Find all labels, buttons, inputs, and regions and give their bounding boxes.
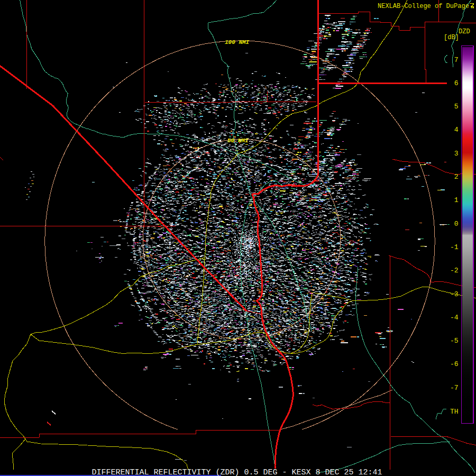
svg-text:[dB]: [dB] — [444, 34, 459, 41]
svg-text:DIFFERENTIAL REFLECTIVITY (ZDR: DIFFERENTIAL REFLECTIVITY (ZDR) 0.5 DEG … — [92, 468, 382, 476]
svg-text:1: 1 — [454, 196, 459, 204]
svg-text:6: 6 — [454, 79, 459, 87]
svg-text:2: 2 — [454, 173, 459, 181]
svg-text:-2: -2 — [450, 267, 459, 274]
svg-text:4: 4 — [454, 126, 459, 134]
svg-text:-3: -3 — [450, 290, 459, 298]
svg-text:-6: -6 — [450, 360, 459, 368]
svg-text:50 NMI: 50 NMI — [227, 138, 249, 144]
svg-text:TH: TH — [450, 408, 459, 416]
svg-text:7: 7 — [454, 56, 459, 64]
svg-text:3: 3 — [454, 150, 459, 158]
svg-text:NEXLAB-College of DuPage: NEXLAB-College of DuPage — [378, 3, 469, 10]
svg-text:-1: -1 — [450, 243, 459, 251]
svg-text:0: 0 — [454, 220, 459, 228]
svg-text:5: 5 — [454, 103, 459, 111]
svg-text:100 NMI: 100 NMI — [225, 39, 250, 45]
svg-text:-7: -7 — [450, 384, 459, 392]
svg-text:-4: -4 — [450, 314, 459, 322]
svg-text:-5: -5 — [450, 337, 459, 345]
svg-text:DZD: DZD — [459, 28, 470, 35]
